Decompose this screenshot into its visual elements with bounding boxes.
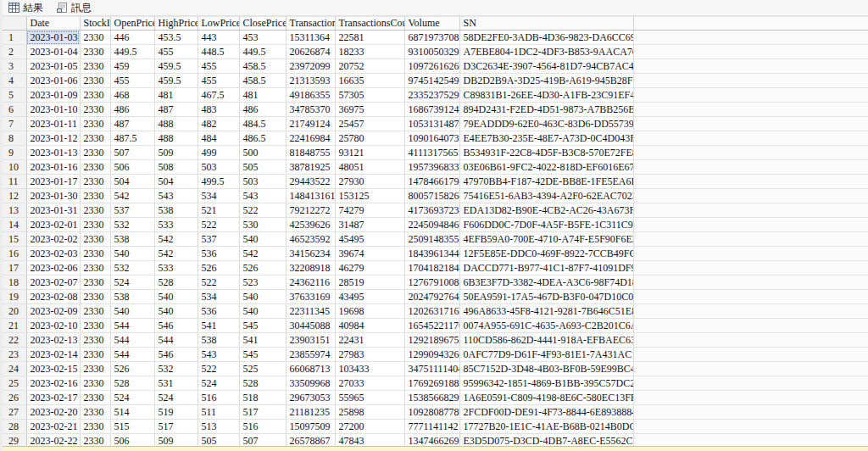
grid-cell[interactable]: 23855974 [286, 348, 335, 362]
grid-cell[interactable]: 17041821849 [404, 261, 459, 276]
row-header[interactable]: 16 [3, 247, 26, 261]
grid-cell[interactable]: 2023-01-11 [26, 117, 80, 131]
grid-cell[interactable]: 542 [154, 232, 198, 247]
grid-cell[interactable]: 543 [154, 189, 198, 203]
grid-cell[interactable]: 449.5 [239, 45, 286, 59]
grid-cell[interactable]: 110CD586-862D-4441-918A-EFBAEC6393AA [459, 333, 633, 348]
grid-cell[interactable]: 03E06B61-9FC2-4022-818D-EF6016E675B3 [459, 160, 633, 175]
grid-cell[interactable]: 2023-02-17 [26, 391, 80, 405]
grid-cell[interactable]: 458.5 [239, 59, 286, 74]
grid-cell[interactable]: 10531314878 [404, 117, 459, 131]
column-header-date[interactable]: Date [26, 17, 80, 31]
grid-cell[interactable]: 2330 [80, 218, 110, 232]
grid-cell[interactable]: 544 [154, 333, 198, 348]
grid-cell[interactable]: 10972616269 [404, 59, 459, 74]
grid-cell[interactable]: 16545221176 [404, 319, 459, 333]
grid-cell[interactable]: 34156234 [286, 247, 335, 261]
grid-cell[interactable]: 2330 [80, 45, 110, 59]
grid-cell[interactable]: 515 [110, 420, 154, 434]
grid-cell[interactable]: 487.5 [110, 131, 154, 146]
grid-cell[interactable]: 453.5 [154, 31, 198, 45]
grid-cell[interactable]: E4EE7B30-235E-48E7-A73D-0C4D043FD57A [459, 131, 633, 146]
grid-cell[interactable]: 532 [154, 362, 198, 376]
grid-cell[interactable]: 538 [110, 290, 154, 304]
grid-cell[interactable]: 19698 [335, 304, 404, 319]
grid-cell[interactable]: 526 [110, 362, 154, 376]
grid-cell[interactable]: 32208918 [286, 261, 335, 276]
grid-cell[interactable]: 2023-01-10 [26, 103, 80, 117]
grid-cell[interactable]: 19573968332 [404, 160, 459, 175]
row-header[interactable]: 26 [3, 391, 26, 405]
grid-cell[interactable]: 16635 [335, 74, 404, 88]
grid-cell[interactable]: 6B3E3F7D-3382-4DEA-A3C6-98F74D186DF8 [459, 276, 633, 290]
grid-cell[interactable]: 540 [239, 290, 286, 304]
grid-cell[interactable]: 545 [239, 319, 286, 333]
grid-cell[interactable]: 10928087780 [404, 405, 459, 420]
grid-cell[interactable]: 531 [154, 376, 198, 391]
grid-cell[interactable]: 2023-02-07 [26, 276, 80, 290]
grid-cell[interactable]: 488 [154, 117, 198, 131]
column-header-transactionscount[interactable]: TransactionsCount [335, 17, 404, 31]
row-header[interactable]: 5 [3, 88, 26, 103]
grid-cell[interactable]: 57305 [335, 88, 404, 103]
grid-cell[interactable]: 2023-01-30 [26, 189, 80, 203]
grid-cell[interactable]: 12767910080 [404, 276, 459, 290]
grid-cell[interactable]: 525 [239, 362, 286, 376]
grid-cell[interactable]: 2FCDF00D-DE91-4F73-8844-6E89388844B6 [459, 405, 633, 420]
grid-cell[interactable]: 2023-02-20 [26, 405, 80, 420]
grid-cell[interactable]: 505 [239, 160, 286, 175]
grid-cell[interactable]: 458.5 [239, 74, 286, 88]
grid-cell[interactable]: 2023-02-06 [26, 261, 80, 276]
grid-cell[interactable]: 21313593 [286, 74, 335, 88]
grid-cell[interactable]: 81848755 [286, 146, 335, 160]
grid-cell[interactable]: 508 [154, 160, 198, 175]
grid-cell[interactable]: 544 [110, 319, 154, 333]
grid-cell[interactable]: 45495 [335, 232, 404, 247]
grid-cell[interactable]: 34751111404 [404, 362, 459, 376]
grid-cell[interactable]: 546 [154, 319, 198, 333]
grid-cell[interactable]: 2023-02-21 [26, 420, 80, 434]
grid-cell[interactable]: 2330 [80, 405, 110, 420]
grid-cell[interactable]: 517 [239, 405, 286, 420]
row-header[interactable]: 11 [3, 175, 26, 189]
grid-cell[interactable]: 486.5 [239, 131, 286, 146]
grid-cell[interactable]: 2023-02-15 [26, 362, 80, 376]
row-header[interactable]: 3 [3, 59, 26, 74]
grid-cell[interactable]: 540 [239, 232, 286, 247]
grid-cell[interactable]: 28519 [335, 276, 404, 290]
grid-cell[interactable]: 2330 [80, 88, 110, 103]
grid-cell[interactable]: 27033 [335, 376, 404, 391]
grid-cell[interactable]: 40984 [335, 319, 404, 333]
grid-cell[interactable]: 79212272 [286, 203, 335, 218]
grid-cell[interactable]: 517 [154, 420, 198, 434]
grid-cell[interactable]: 516 [198, 391, 239, 405]
grid-cell[interactable]: 2023-01-06 [26, 74, 80, 88]
grid-cell[interactable]: 153125 [335, 189, 404, 203]
grid-cell[interactable]: 0AFC77D9-D61F-4F93-81E1-7A431AC16258 [459, 348, 633, 362]
grid-cell[interactable]: 507 [110, 146, 154, 160]
grid-cell[interactable]: 522 [239, 203, 286, 218]
column-header-volume[interactable]: Volume [404, 17, 459, 31]
grid-cell[interactable]: 2023-02-02 [26, 232, 80, 247]
grid-cell[interactable]: 31487 [335, 218, 404, 232]
column-header-stockid[interactable]: StockId [80, 17, 110, 31]
grid-cell[interactable]: 4EFB59A0-700E-4710-A74F-E5F90F6E3217 [459, 232, 633, 247]
grid-cell[interactable]: 2023-02-13 [26, 333, 80, 348]
grid-cell[interactable]: 521 [198, 203, 239, 218]
grid-cell[interactable]: 2023-02-01 [26, 218, 80, 232]
grid-cell[interactable]: 2023-01-31 [26, 203, 80, 218]
grid-cell[interactable]: 2330 [80, 31, 110, 45]
grid-cell[interactable]: 2330 [80, 131, 110, 146]
grid-cell[interactable]: 522 [198, 218, 239, 232]
grid-cell[interactable]: 2023-01-04 [26, 45, 80, 59]
grid-cell[interactable]: 484.5 [239, 117, 286, 131]
grid-cell[interactable]: 18439613447 [404, 247, 459, 261]
grid-cell[interactable]: 500 [239, 146, 286, 160]
grid-cell[interactable]: 481 [154, 88, 198, 103]
grid-cell[interactable]: 41736937234 [404, 203, 459, 218]
grid-cell[interactable]: 2023-02-09 [26, 304, 80, 319]
grid-cell[interactable]: 29673053 [286, 391, 335, 405]
grid-cell[interactable]: 2330 [80, 175, 110, 189]
grid-cell[interactable]: 79EADDD9-62E0-463C-83D6-DD5573911002 [459, 117, 633, 131]
grid-cell[interactable]: 36975 [335, 103, 404, 117]
